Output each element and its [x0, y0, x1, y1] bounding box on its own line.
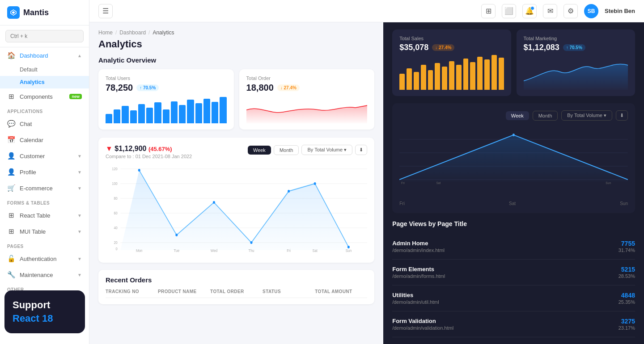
sidebar-item-components[interactable]: ⊞ Components new — [0, 88, 89, 105]
sidebar-item-ecommerce[interactable]: 🛒 E-commerce ▼ — [0, 180, 89, 196]
sidebar-item-profile[interactable]: 👤 Profile ▼ — [0, 164, 89, 180]
recent-orders-title: Recent Orders — [106, 276, 367, 284]
components-badge: new — [69, 94, 82, 99]
fullscreen-button[interactable]: ⬜ — [502, 4, 516, 18]
page-view-item-4: Form Validation /demo/admin/validation.h… — [392, 311, 635, 337]
dark-volume-button[interactable]: By Total Volume ▾ — [561, 110, 612, 121]
income-overview-card: ▼ $1,12,900 (45.67%) Compare to : 01 Dec… — [98, 138, 374, 263]
calendar-label: Calendar — [20, 137, 43, 143]
sales-value: $35,078 — [399, 43, 428, 52]
stat-card-marketing: Total Marketing $1,12,083 ↑ 70.5% — [517, 29, 635, 96]
topbar-right: ⊞ ⬜ 🔔 ✉ ⚙ SB Stebin Ben — [481, 4, 635, 18]
sales-badge: ↓ 27.4% — [432, 44, 454, 51]
support-title: Support — [13, 299, 77, 311]
chevron-down-icon4: ▼ — [77, 213, 82, 218]
income-value: ▼ $1,12,900 (45.67%) — [106, 145, 192, 153]
total-users-label: Total Users — [106, 76, 227, 81]
bar — [195, 103, 202, 123]
svg-text:100: 100 — [112, 181, 118, 186]
sidebar-item-authentication[interactable]: 🔓 Authentication ▼ — [0, 251, 89, 267]
bar — [130, 110, 137, 123]
dark-week-button[interactable]: Week — [506, 111, 529, 120]
bar — [212, 102, 218, 123]
auth-label: Authentication — [20, 256, 56, 262]
svg-point-23 — [250, 241, 253, 244]
bar — [463, 59, 469, 90]
col-tracking: TRACKING NO — [106, 289, 158, 294]
bar — [171, 101, 178, 123]
breadcrumb-current: Analytics — [153, 29, 174, 36]
chevron-down-icon3: ▼ — [77, 186, 82, 191]
settings-button[interactable]: ⚙ — [564, 4, 578, 18]
page-views-list: Admin Home /demo/admin/index.html 7755 3… — [392, 234, 635, 344]
download-button[interactable]: ⬇ — [355, 145, 367, 155]
page-left: Home / Dashboard / Analytics Analytics A… — [89, 22, 383, 344]
page-stats-3: 4848 25.35% — [619, 292, 635, 305]
breadcrumb-home[interactable]: Home — [98, 29, 113, 36]
income-controls: Week Month By Total Volume ▾ ⬇ — [248, 145, 367, 155]
page-pct-2: 28.53% — [619, 273, 635, 279]
volume-button[interactable]: By Total Volume ▾ — [301, 145, 352, 155]
avatar[interactable]: SB — [584, 4, 598, 18]
maintenance-icon: 🔧 — [7, 271, 15, 279]
sidebar-logo: Mantis — [0, 0, 89, 25]
total-sales-label: Total Sales — [399, 36, 504, 41]
search-input[interactable] — [5, 30, 84, 42]
ecommerce-icon: 🛒 — [7, 184, 15, 192]
search-container — [0, 25, 89, 47]
col-total-amount: TOTAL AMOUNT — [315, 289, 367, 294]
sidebar-item-dashboard[interactable]: 🏠 Dashboard ▲ — [0, 47, 89, 63]
mail-button[interactable]: ✉ — [543, 4, 557, 18]
total-order-value: 18,800 ↓ 27.4% — [246, 83, 368, 93]
dark-month-button[interactable]: Month — [533, 111, 558, 121]
dashboard-icon: 🏠 — [7, 51, 15, 59]
month-button[interactable]: Month — [274, 145, 299, 155]
income-header: ▼ $1,12,900 (45.67%) Compare to : 01 Dec… — [106, 145, 367, 159]
svg-text:40: 40 — [114, 225, 118, 230]
page-view-info-1: Admin Home /demo/admin/index.html — [392, 240, 618, 253]
page-view-item-2: Form Elements /demo/admin/forms.html 521… — [392, 260, 635, 285]
table-header: TRACKING NO PRODUCT NAME TOTAL ORDER STA… — [106, 289, 367, 298]
breadcrumb-dashboard[interactable]: Dashboard — [119, 29, 146, 36]
page-body: Home / Dashboard / Analytics Analytics A… — [89, 22, 644, 344]
chevron-down-icon: ▼ — [77, 154, 82, 159]
sidebar-item-react-table[interactable]: ⊞ React Table ▼ — [0, 207, 89, 223]
chevron-up-icon: ▲ — [77, 53, 82, 58]
chevron-down-icon5: ▼ — [77, 229, 82, 234]
sidebar-item-calendar[interactable]: 📅 Calendar — [0, 132, 89, 148]
page-right: Total Sales $35,078 ↓ 27.4% — [383, 22, 644, 344]
chart-label-sun: Sun — [620, 201, 628, 206]
grid-icon-button[interactable]: ⊞ — [481, 4, 496, 18]
dark-download-button[interactable]: ⬇ — [616, 110, 628, 121]
notification-button[interactable]: 🔔 — [522, 4, 537, 18]
sidebar-sub-default[interactable]: Default — [0, 63, 89, 76]
bar — [477, 57, 483, 90]
income-line-chart: 120 100 80 60 40 20 0 Mon Tue Wed Thu Fr… — [106, 164, 367, 254]
menu-toggle-button[interactable]: ☰ — [98, 4, 113, 18]
sidebar-item-customer[interactable]: 👤 Customer ▼ — [0, 148, 89, 164]
sales-bar-chart — [399, 54, 504, 90]
bar — [399, 74, 405, 90]
page-name-3: Utilities — [392, 292, 618, 298]
marketing-value: $1,12,083 — [524, 43, 559, 52]
page-views-section: Page Views by Page Title Admin Home /dem… — [392, 220, 635, 344]
sidebar-item-mui-table[interactable]: ⊞ MUI Table ▼ — [0, 223, 89, 239]
chat-label: Chat — [20, 121, 32, 127]
stat-card-users: Total Users 78,250 ↑ 70.5% — [98, 69, 234, 130]
sidebar: Mantis 🏠 Dashboard ▲ Default Analytics ⊞… — [0, 0, 89, 344]
sidebar-item-maintenance[interactable]: 🔧 Maintenance ▼ — [0, 267, 89, 283]
profile-label: Profile — [20, 169, 36, 176]
section-applications: Applications — [0, 105, 89, 116]
page-view-item-3: Utilities /demo/admin/util.html 4848 25.… — [392, 285, 635, 311]
bar — [484, 59, 490, 90]
main-content: ☰ ⊞ ⬜ 🔔 ✉ ⚙ SB Stebin Ben Home / Dashboa… — [89, 0, 644, 344]
maintenance-label: Maintenance — [20, 272, 53, 278]
week-button[interactable]: Week — [248, 146, 271, 155]
username-label: Stebin Ben — [605, 8, 635, 14]
sidebar-sub-analytics[interactable]: Analytics — [0, 76, 89, 88]
order-area-chart — [246, 96, 368, 123]
breadcrumb: Home / Dashboard / Analytics — [98, 29, 374, 36]
support-popup[interactable]: Support React 18 — [4, 290, 85, 333]
sidebar-item-chat[interactable]: 💬 Chat — [0, 116, 89, 132]
logo-icon — [7, 6, 20, 19]
